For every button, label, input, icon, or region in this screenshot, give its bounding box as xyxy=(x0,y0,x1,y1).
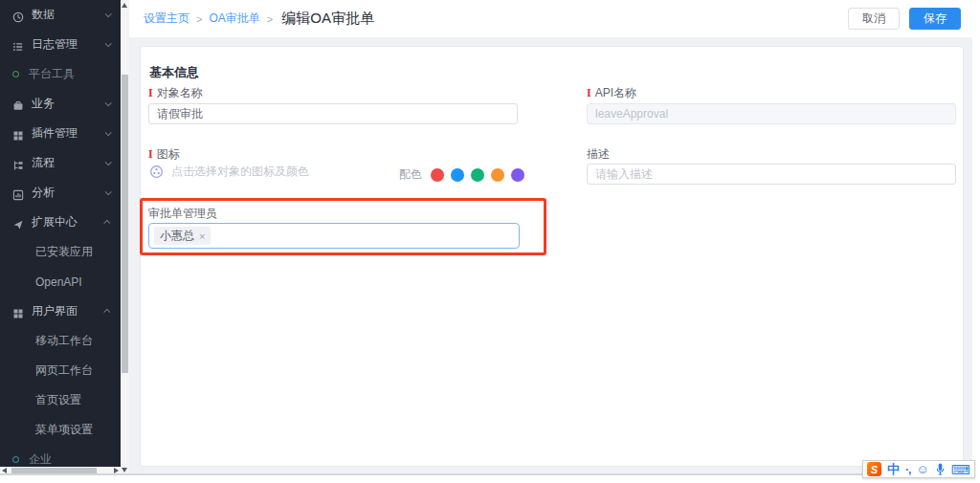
sidebar-item-plugin-management[interactable]: 插件管理 xyxy=(0,119,121,148)
chevron-down-icon xyxy=(105,159,112,165)
object-name-input[interactable] xyxy=(148,103,518,124)
app-window: 数据 日志管理 平台工具 业务 插件管理 流程 分析 xyxy=(0,0,972,475)
sidebar-item-menu-item-settings[interactable]: 菜单项设置 xyxy=(0,415,121,445)
sidebar-item-label: 首页设置 xyxy=(35,392,81,408)
scroll-left-icon[interactable] xyxy=(2,468,7,473)
scroll-down-icon[interactable] xyxy=(122,468,127,472)
color-palette: 配色 xyxy=(399,166,524,183)
section-title: 基本信息 xyxy=(149,64,199,81)
palette-color-purple[interactable] xyxy=(511,168,524,182)
sidebar-item-platform-tools[interactable]: 平台工具 xyxy=(0,59,121,89)
clock-icon xyxy=(12,10,24,21)
sogou-logo-icon[interactable]: S xyxy=(867,462,881,476)
api-name-label: I API名称 xyxy=(587,85,636,101)
palette-label: 配色 xyxy=(399,166,422,183)
save-button[interactable]: 保存 xyxy=(909,8,961,30)
sidebar-item-label: 日志管理 xyxy=(32,36,78,53)
ime-language-toggle[interactable]: 中 xyxy=(887,463,900,475)
vertical-scrollbar-thumb[interactable] xyxy=(122,75,128,373)
horizontal-scrollbar-thumb[interactable] xyxy=(11,468,97,474)
required-marker: I xyxy=(148,147,153,162)
description-label: 描述 xyxy=(587,146,610,163)
admin-tag-label: 小惠总 xyxy=(160,228,194,244)
cancel-button[interactable]: 取消 xyxy=(848,8,900,30)
microphone-icon[interactable] xyxy=(935,462,946,476)
scroll-up-icon[interactable] xyxy=(122,3,127,8)
sidebar-item-analysis[interactable]: 分析 xyxy=(0,178,121,208)
approval-admin-select[interactable]: 小惠总 × xyxy=(148,223,520,249)
icon-label: I 图标 xyxy=(148,146,180,163)
punctuation-icon[interactable]: ·, xyxy=(905,464,910,475)
sidebar-item-process[interactable]: 流程 xyxy=(0,148,121,178)
sidebar-item-label: 分析 xyxy=(32,185,55,201)
approval-admin-label: 审批单管理员 xyxy=(148,206,217,222)
sidebar-item-label: 平台工具 xyxy=(29,66,75,82)
sidebar-item-label: 扩展中心 xyxy=(32,214,78,231)
sidebar-horizontal-scrollbar[interactable] xyxy=(0,467,121,475)
flow-icon xyxy=(12,158,24,169)
chevron-down-icon xyxy=(105,99,112,106)
chevron-down-icon xyxy=(105,40,112,47)
sidebar-item-label: 插件管理 xyxy=(32,125,78,142)
ime-toolbar: S 中 ·, ☺ ⌨ xyxy=(862,460,975,478)
breadcrumb-link-settings-home[interactable]: 设置主页 xyxy=(144,11,189,27)
breadcrumb-separator: > xyxy=(196,13,202,25)
chevron-up-icon xyxy=(103,309,110,316)
sidebar-item-homepage-settings[interactable]: 首页设置 xyxy=(0,385,121,415)
palette-color-orange[interactable] xyxy=(491,168,504,182)
required-marker: I xyxy=(587,86,591,100)
sidebar-item-label: 业务 xyxy=(32,96,55,112)
api-name-input xyxy=(587,103,956,124)
teal-circle-icon xyxy=(12,456,19,463)
breadcrumb-link-oa-approval[interactable]: OA审批单 xyxy=(209,11,259,27)
chevron-down-icon xyxy=(105,11,112,17)
page-title: 编辑OA审批单 xyxy=(281,10,374,28)
emoji-icon[interactable]: ☺ xyxy=(916,463,928,475)
sidebar-item-log-management[interactable]: 日志管理 xyxy=(0,30,121,59)
object-name-label: I 对象名称 xyxy=(148,85,203,101)
sidebar-item-label: 菜单项设置 xyxy=(35,422,93,438)
sidebar-item-installed-apps[interactable]: 已安装应用 xyxy=(0,237,121,267)
grid-icon xyxy=(12,128,24,140)
admin-tag: 小惠总 × xyxy=(154,227,211,245)
palette-color-red[interactable] xyxy=(431,168,444,182)
color-wheel-icon xyxy=(149,165,164,179)
scroll-right-icon[interactable] xyxy=(114,468,119,473)
sidebar-item-label: 移动工作台 xyxy=(35,333,93,349)
tag-remove-icon[interactable]: × xyxy=(199,231,205,242)
sidebar-item-label: 已安装应用 xyxy=(35,244,93,260)
sidebar-item-label: 数据 xyxy=(32,7,55,23)
sidebar-item-extension-center[interactable]: 扩展中心 xyxy=(0,208,121,237)
palette-color-blue[interactable] xyxy=(451,168,464,182)
icon-picker-text: 点击选择对象的图标及颜色 xyxy=(171,164,309,180)
chevron-down-icon xyxy=(105,129,112,136)
sidebar-item-business[interactable]: 业务 xyxy=(0,89,121,119)
breadcrumb-separator: > xyxy=(267,13,273,25)
sidebar-vertical-scrollbar[interactable] xyxy=(121,0,129,475)
sidebar-item-mobile-workbench[interactable]: 移动工作台 xyxy=(0,326,121,356)
topbar: 设置主页 > OA审批单 > 编辑OA审批单 取消 保存 xyxy=(129,0,972,37)
sidebar-item-label: 用户界面 xyxy=(32,303,78,319)
sidebar: 数据 日志管理 平台工具 业务 插件管理 流程 分析 xyxy=(0,0,121,475)
main-area: 设置主页 > OA审批单 > 编辑OA审批单 取消 保存 基本信息 I 对象名称… xyxy=(129,0,972,475)
list-icon xyxy=(12,39,24,51)
sidebar-item-web-workbench[interactable]: 网页工作台 xyxy=(0,356,121,385)
icon-picker[interactable]: 点击选择对象的图标及颜色 xyxy=(149,164,309,180)
form-card: 基本信息 I 对象名称 I API名称 I 图标 点击选择对象的图标及颜色 配色 xyxy=(140,46,964,467)
sidebar-item-label: 网页工作台 xyxy=(35,362,93,379)
sidebar-item-data[interactable]: 数据 xyxy=(0,0,121,30)
sidebar-item-label: 企业 xyxy=(29,451,52,468)
chart-icon xyxy=(12,187,24,199)
sidebar-item-user-interface[interactable]: 用户界面 xyxy=(0,296,121,326)
chevron-up-icon xyxy=(103,220,110,227)
keyboard-icon[interactable]: ⌨ xyxy=(951,463,970,476)
sidebar-item-openapi[interactable]: OpenAPI xyxy=(0,267,121,296)
breadcrumb: 设置主页 > OA审批单 > 编辑OA审批单 xyxy=(144,10,374,28)
description-input[interactable] xyxy=(587,164,956,185)
chevron-down-icon xyxy=(105,188,112,195)
grid-icon xyxy=(12,306,24,318)
briefcase-icon xyxy=(12,99,24,110)
palette-color-green[interactable] xyxy=(471,168,484,182)
sidebar-item-label: OpenAPI xyxy=(35,275,82,289)
sidebar-item-label: 流程 xyxy=(32,155,55,171)
